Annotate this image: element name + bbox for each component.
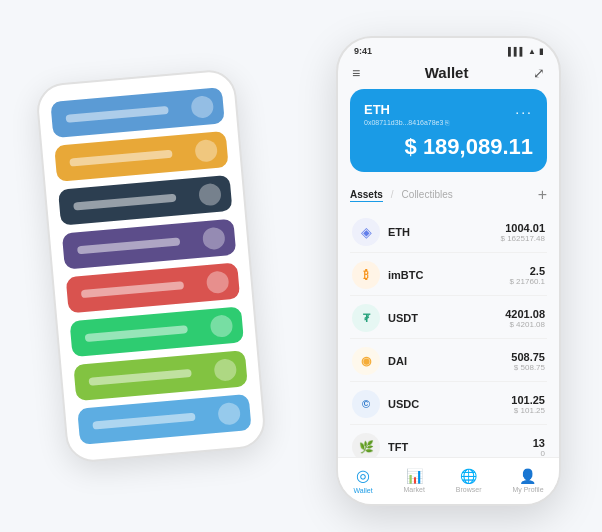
market-nav-icon: 📊 xyxy=(406,468,423,484)
list-item[interactable] xyxy=(70,306,244,357)
list-item[interactable] xyxy=(66,262,240,313)
asset-list: ◈ ETH 1004.01 $ 162517.48 ₿ imBTC 2.5 $ … xyxy=(350,212,547,457)
list-item[interactable] xyxy=(50,87,224,138)
asset-amount: 508.75 xyxy=(511,351,545,363)
nav-profile[interactable]: 👤 My Profile xyxy=(512,468,543,493)
asset-amounts: 508.75 $ 508.75 xyxy=(511,351,545,372)
status-time: 9:41 xyxy=(354,46,372,56)
bottom-nav: ◎ Wallet 📊 Market 🌐 Browser 👤 My Profile xyxy=(338,457,559,504)
assets-header: Assets / Collectibles + xyxy=(350,186,547,204)
status-icons: ▌▌▌ ▲ ▮ xyxy=(508,47,543,56)
eth-icon: ◈ xyxy=(352,218,380,246)
asset-name: USDT xyxy=(388,312,505,324)
asset-amounts: 2.5 $ 21760.1 xyxy=(509,265,545,286)
asset-usd: 0 xyxy=(533,449,545,458)
status-bar: 9:41 ▌▌▌ ▲ ▮ xyxy=(338,38,559,60)
tab-assets[interactable]: Assets xyxy=(350,189,383,202)
wallet-card-header: ETH ... xyxy=(364,101,533,117)
tft-icon: 🌿 xyxy=(352,433,380,457)
table-row[interactable]: 🌿 TFT 13 0 xyxy=(350,427,547,457)
asset-name: ETH xyxy=(388,226,501,238)
nav-market[interactable]: 📊 Market xyxy=(404,468,425,493)
expand-icon[interactable]: ⤢ xyxy=(533,65,545,81)
scene: 9:41 ▌▌▌ ▲ ▮ ≡ Wallet ⤢ ETH ... 0x08711d… xyxy=(21,16,581,516)
usdt-icon: ₮ xyxy=(352,304,380,332)
profile-nav-icon: 👤 xyxy=(519,468,536,484)
asset-amounts: 13 0 xyxy=(533,437,545,458)
asset-amount: 13 xyxy=(533,437,545,449)
phone-content: ETH ... 0x08711d3b...8416a78e3 ⎘ $ 189,0… xyxy=(338,89,559,457)
asset-amounts: 4201.08 $ 4201.08 xyxy=(505,308,545,329)
nav-wallet[interactable]: ◎ Wallet xyxy=(353,466,372,494)
asset-amount: 2.5 xyxy=(509,265,545,277)
asset-name: TFT xyxy=(388,441,533,453)
nav-browser[interactable]: 🌐 Browser xyxy=(456,468,482,493)
asset-amount: 101.25 xyxy=(511,394,545,406)
table-row[interactable]: ◈ ETH 1004.01 $ 162517.48 xyxy=(350,212,547,253)
tab-collectibles[interactable]: Collectibles xyxy=(402,189,453,202)
browser-nav-icon: 🌐 xyxy=(460,468,477,484)
menu-icon[interactable]: ≡ xyxy=(352,65,360,81)
signal-icon: ▌▌▌ xyxy=(508,47,525,56)
list-item[interactable] xyxy=(58,175,232,226)
asset-usd: $ 101.25 xyxy=(511,406,545,415)
wallet-nav-icon: ◎ xyxy=(356,466,370,485)
asset-amount: 4201.08 xyxy=(505,308,545,320)
list-item[interactable] xyxy=(54,131,228,182)
list-item[interactable] xyxy=(77,394,251,445)
asset-usd: $ 4201.08 xyxy=(505,320,545,329)
asset-usd: $ 508.75 xyxy=(511,363,545,372)
wallet-balance: $ 189,089.11 xyxy=(364,134,533,160)
page-title: Wallet xyxy=(425,64,469,81)
asset-usd: $ 162517.48 xyxy=(501,234,546,243)
asset-name: imBTC xyxy=(388,269,509,281)
phone-background xyxy=(35,68,267,464)
wallet-card-title: ETH xyxy=(364,102,390,117)
usdc-icon: © xyxy=(352,390,380,418)
browser-nav-label: Browser xyxy=(456,486,482,493)
list-item[interactable] xyxy=(62,219,236,270)
add-asset-icon[interactable]: + xyxy=(538,186,547,204)
wallet-nav-label: Wallet xyxy=(353,487,372,494)
dai-icon: ◉ xyxy=(352,347,380,375)
wifi-icon: ▲ xyxy=(528,47,536,56)
list-item[interactable] xyxy=(73,350,247,401)
imbtc-icon: ₿ xyxy=(352,261,380,289)
asset-amounts: 1004.01 $ 162517.48 xyxy=(501,222,546,243)
assets-tabs: Assets / Collectibles xyxy=(350,189,453,202)
tab-separator: / xyxy=(391,189,394,202)
phone-main: 9:41 ▌▌▌ ▲ ▮ ≡ Wallet ⤢ ETH ... 0x08711d… xyxy=(336,36,561,506)
asset-name: USDC xyxy=(388,398,511,410)
nav-bar: ≡ Wallet ⤢ xyxy=(338,60,559,89)
table-row[interactable]: ◉ DAI 508.75 $ 508.75 xyxy=(350,341,547,382)
asset-usd: $ 21760.1 xyxy=(509,277,545,286)
table-row[interactable]: © USDC 101.25 $ 101.25 xyxy=(350,384,547,425)
battery-icon: ▮ xyxy=(539,47,543,56)
asset-name: DAI xyxy=(388,355,511,367)
market-nav-label: Market xyxy=(404,486,425,493)
asset-amounts: 101.25 $ 101.25 xyxy=(511,394,545,415)
wallet-card[interactable]: ETH ... 0x08711d3b...8416a78e3 ⎘ $ 189,0… xyxy=(350,89,547,172)
profile-nav-label: My Profile xyxy=(512,486,543,493)
wallet-card-menu[interactable]: ... xyxy=(515,101,533,117)
table-row[interactable]: ₿ imBTC 2.5 $ 21760.1 xyxy=(350,255,547,296)
table-row[interactable]: ₮ USDT 4201.08 $ 4201.08 xyxy=(350,298,547,339)
wallet-address: 0x08711d3b...8416a78e3 ⎘ xyxy=(364,119,533,126)
asset-amount: 1004.01 xyxy=(501,222,546,234)
